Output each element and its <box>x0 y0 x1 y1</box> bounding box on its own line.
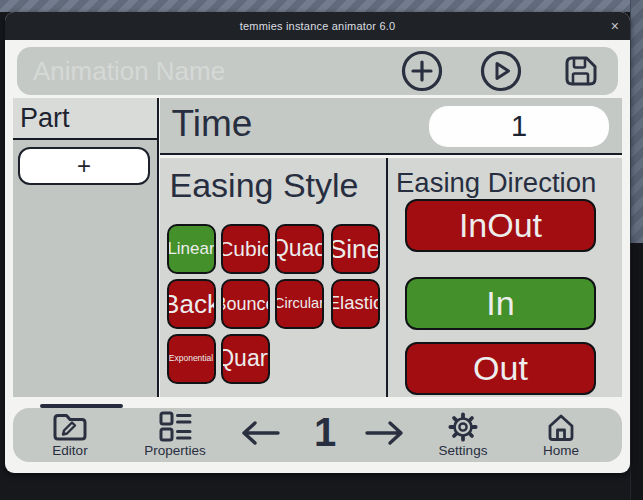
animation-name-bar <box>17 47 618 95</box>
home-icon <box>544 411 578 442</box>
circle-plus-icon <box>400 49 444 93</box>
plugin-window: temmies instance animator 6.0 × <box>5 12 630 473</box>
easing-style-button-sine[interactable]: Sine <box>331 224 380 274</box>
tab-editor[interactable]: Editor <box>25 411 115 458</box>
arrow-right-icon <box>362 419 408 451</box>
tab-properties[interactable]: Properties <box>130 411 220 458</box>
save-icon <box>558 49 602 93</box>
desktop-background-right-dark <box>630 243 643 500</box>
window-title: temmies instance animator 6.0 <box>240 20 396 32</box>
bottom-nav-bar: Editor Properties <box>13 408 622 462</box>
tab-settings[interactable]: Settings <box>418 411 508 458</box>
tab-home[interactable]: Home <box>516 411 606 458</box>
parts-panel: Part + <box>13 98 159 397</box>
easing-direction-button-inout[interactable]: InOut <box>405 199 596 252</box>
active-tab-indicator <box>40 404 123 408</box>
time-value-input[interactable] <box>429 106 609 147</box>
easing-style-grid: Linear Cubic Quad Sine Back Bounce Circu… <box>160 158 386 398</box>
easing-style-button-quad[interactable]: Quad <box>275 224 324 274</box>
easing-style-button-circular[interactable]: Circular <box>275 279 324 329</box>
title-bar: temmies instance animator 6.0 × <box>5 12 630 40</box>
easing-style-button-cubic[interactable]: Cubic <box>221 224 270 274</box>
gear-icon <box>446 411 480 442</box>
desktop-background-top <box>0 0 643 12</box>
save-animation-button[interactable] <box>558 49 602 93</box>
easing-style-button-elastic[interactable]: Elastic <box>331 279 380 329</box>
easing-style-button-bounce[interactable]: Bounce <box>221 279 270 329</box>
easing-style-button-quart[interactable]: Quart <box>221 334 270 384</box>
easing-direction-button-in[interactable]: In <box>405 277 596 330</box>
previous-frame-button[interactable] <box>235 421 285 449</box>
window-body: Part + Time Easing Style Linear Cubic Qu… <box>5 40 630 473</box>
easing-style-button-exponential[interactable]: Exponential <box>167 334 216 384</box>
desktop-background-right <box>630 0 643 243</box>
circle-play-icon <box>479 49 523 93</box>
main-region: Part + Time Easing Style Linear Cubic Qu… <box>13 98 622 397</box>
time-row: Time <box>160 98 623 155</box>
parts-panel-title: Part <box>13 98 157 140</box>
tab-editor-label: Editor <box>52 443 87 458</box>
next-frame-button[interactable] <box>360 421 410 449</box>
easing-direction-button-out[interactable]: Out <box>405 342 596 395</box>
easing-style-button-linear[interactable]: Linear <box>167 224 216 274</box>
easing-direction-panel: Easing Direction In Out InOut <box>388 158 622 398</box>
properties-list-icon <box>158 411 192 442</box>
add-part-button[interactable]: + <box>18 147 150 185</box>
play-animation-button[interactable] <box>479 49 523 93</box>
tab-properties-label: Properties <box>144 443 206 458</box>
folder-pencil-icon <box>50 411 90 442</box>
arrow-left-icon <box>237 419 283 451</box>
add-animation-button[interactable] <box>400 49 444 93</box>
easing-style-button-back[interactable]: Back <box>167 279 216 329</box>
tab-home-label: Home <box>543 443 579 458</box>
close-icon[interactable]: × <box>611 12 619 40</box>
easing-style-panel: Easing Style Linear Cubic Quad Sine Back… <box>160 158 388 398</box>
easing-direction-title: Easing Direction <box>388 158 622 199</box>
frame-number: 1 <box>295 410 355 455</box>
animation-name-input[interactable] <box>31 55 365 88</box>
tab-settings-label: Settings <box>439 443 488 458</box>
